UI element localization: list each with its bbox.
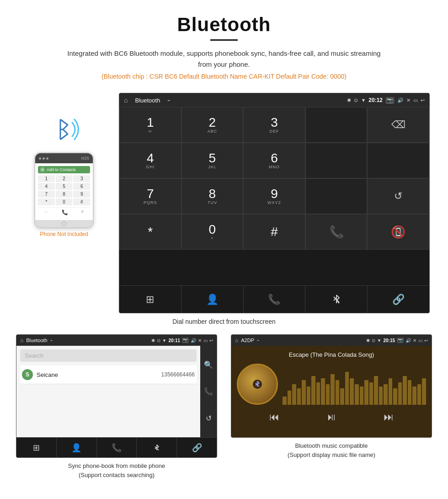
phone-carrier: M25 (81, 156, 89, 161)
phone-call-btn[interactable]: 📞 (62, 209, 68, 215)
music-win-icon[interactable]: ▭ (418, 338, 422, 343)
nav-item-apps[interactable]: ⊞ (119, 286, 181, 313)
phone-key-9[interactable]: 9 (73, 191, 90, 198)
phonebook-caption-line1: Sync phone-book from mobile phone (68, 462, 165, 469)
eq-bar (288, 391, 292, 405)
pb-cam-icon[interactable]: 📷 (182, 338, 189, 343)
music-loc-icon: ⊙ (372, 338, 375, 343)
music-cam-icon[interactable]: 📷 (397, 338, 404, 343)
music-status-right: ✱ ⊙ ▼ 20:15 📷 🔊 ✕ ▭ ↩ (366, 338, 428, 343)
phone-key-4[interactable]: 4 (38, 183, 55, 190)
pb-nav-apps[interactable]: ⊞ (16, 438, 57, 457)
nav-item-phone[interactable]: 📞 (244, 286, 306, 313)
nav-item-contacts[interactable]: 👤 (181, 286, 244, 313)
back-icon[interactable]: ↩ (421, 97, 425, 103)
pb-nav-link[interactable]: 🔗 (177, 438, 217, 457)
phone-back-btn[interactable]: ← (44, 209, 48, 215)
eq-bar (393, 388, 397, 405)
dial-key-refresh[interactable]: ↺ (367, 178, 429, 214)
pb-refresh-icon[interactable]: ↺ (206, 414, 212, 423)
dial-key-empty-1 (305, 107, 368, 143)
page-header: Bluetooth Integrated with BC6 Bluetooth … (0, 0, 448, 93)
pb-search-icon[interactable]: 🔍 (204, 360, 213, 369)
dial-key-7[interactable]: 7 PQRS (119, 178, 181, 214)
pb-back-icon[interactable]: ↩ (209, 338, 213, 343)
home-icon[interactable]: ⌂ (124, 97, 128, 104)
phonebook-item: ⌂ Bluetooth ⌁ ✱ ⊙ ▼ 20:11 📷 🔊 ✕ ▭ ↩ (16, 334, 217, 479)
dial-key-call-red[interactable]: 📵 (367, 214, 429, 250)
phone-key-3[interactable]: 3 (73, 175, 90, 182)
dial-key-0[interactable]: 0 + (181, 214, 244, 250)
dial-key-6[interactable]: 6 MNO (243, 143, 305, 178)
music-bt-icon: ✱ (366, 338, 370, 343)
page-description: Integrated with BC6 Bluetooth module, su… (64, 48, 384, 70)
dial-key-8[interactable]: 8 TUV (181, 178, 244, 214)
dial-key-3[interactable]: 3 DEF (243, 107, 305, 143)
dial-key-hash[interactable]: # (243, 214, 305, 250)
pb-nav-contacts[interactable]: 👤 (57, 438, 97, 457)
dial-key-5[interactable]: 5 JKL (181, 143, 244, 178)
status-time: 20:12 (368, 97, 383, 103)
usb-icon: ⌁ (167, 97, 171, 103)
music-close-icon[interactable]: ✕ (413, 338, 416, 343)
music-controls: ⏮ ⏯ ⏭ (237, 405, 426, 425)
nav-item-link[interactable]: 🔗 (368, 286, 429, 313)
phone-key-star[interactable]: * (38, 199, 55, 205)
eq-bar (311, 376, 315, 405)
eq-bar (369, 382, 373, 405)
phone-key-5[interactable]: 5 (56, 183, 73, 190)
pb-status-right: ✱ ⊙ ▼ 20:11 📷 🔊 ✕ ▭ ↩ (151, 338, 213, 343)
eq-bar (374, 376, 378, 405)
eq-bar (340, 388, 344, 405)
pb-contact-row[interactable]: S Seicane 13566664466 (20, 365, 197, 384)
large-screen-title: Bluetooth (135, 97, 160, 104)
phone-home-button[interactable] (62, 221, 66, 226)
music-play-btn[interactable]: ⏯ (326, 411, 336, 423)
pb-search-bar[interactable]: Search (20, 349, 197, 362)
dial-key-star[interactable]: * (119, 214, 181, 250)
eq-bar (326, 384, 330, 405)
phone-key-7[interactable]: 7 (38, 191, 55, 198)
music-home-icon[interactable]: ⌂ (235, 337, 238, 343)
dial-key-call-green[interactable]: 📞 (305, 214, 368, 250)
music-next-btn[interactable]: ⏭ (384, 411, 394, 423)
phone-area: M25 + Add to Contacts 1 2 3 4 5 6 7 8 9 (18, 93, 110, 237)
camera-icon-box[interactable]: 📷 (385, 97, 395, 104)
nav-item-bluetooth[interactable] (305, 286, 368, 313)
phone-key-6[interactable]: 6 (73, 183, 90, 190)
pb-win-icon[interactable]: ▭ (203, 338, 208, 343)
music-prev-btn[interactable]: ⏮ (269, 411, 279, 423)
phone-key-2[interactable]: 2 (56, 175, 73, 182)
phone-key-8[interactable]: 8 (56, 191, 73, 198)
window-icon[interactable]: ▭ (413, 97, 418, 103)
phone-key-1[interactable]: 1 (38, 175, 55, 182)
eq-bar (355, 384, 359, 405)
phone-key-0[interactable]: 0 (56, 199, 73, 205)
pb-bt-icon: ✱ (151, 338, 155, 343)
dial-key-1[interactable]: 1 ∞ (119, 107, 181, 143)
phone-hash-btn[interactable]: # (81, 209, 84, 215)
eq-bar (345, 372, 349, 405)
pb-home-icon[interactable]: ⌂ (20, 337, 23, 343)
dial-key-9[interactable]: 9 WXYZ (243, 178, 305, 214)
dial-key-backspace[interactable]: ⌫ (367, 107, 429, 143)
phonebook-caption-line2: (Support contacts searching) (79, 472, 155, 478)
music-back-icon[interactable]: ↩ (424, 338, 428, 343)
page-title: Bluetooth (9, 14, 439, 36)
pb-vol-icon[interactable]: 🔊 (191, 338, 196, 343)
title-underline (210, 39, 238, 41)
phonebook-sidebar: 🔍 📞 ↺ (200, 346, 217, 437)
pb-close-icon[interactable]: ✕ (198, 338, 202, 343)
phone-dot (46, 157, 48, 160)
music-vol-icon[interactable]: 🔊 (405, 338, 411, 343)
pb-nav-bt[interactable] (137, 438, 177, 457)
dial-key-4[interactable]: 4 GHI (119, 143, 181, 178)
close-icon[interactable]: ✕ (406, 97, 411, 103)
pb-call-icon[interactable]: 📞 (204, 387, 213, 396)
phone-key-hash[interactable]: # (73, 199, 90, 205)
volume-icon[interactable]: 🔊 (397, 97, 404, 103)
pb-nav-phone[interactable]: 📞 (97, 438, 137, 457)
eq-bar (302, 380, 306, 405)
dial-key-2[interactable]: 2 ABC (181, 107, 244, 143)
phone-dot (43, 157, 45, 160)
